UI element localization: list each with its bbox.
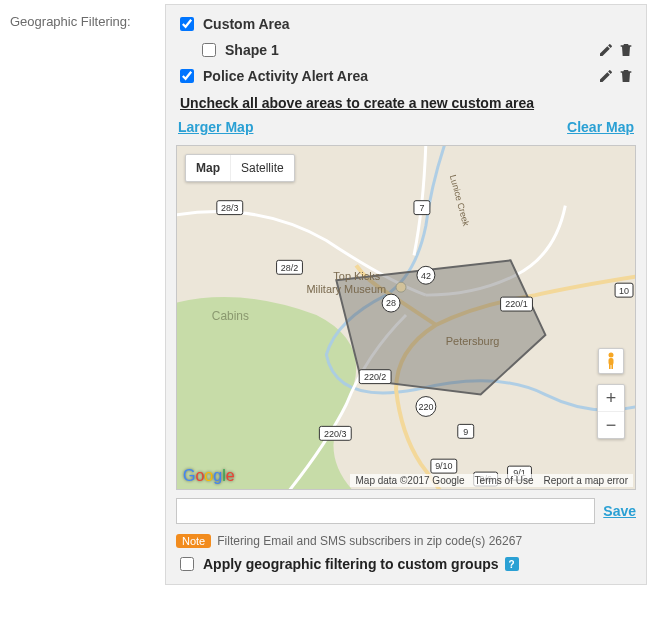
svg-text:Military Museum: Military Museum [306, 283, 386, 295]
area-shape1: Shape 1 [198, 37, 636, 63]
svg-text:42: 42 [421, 271, 431, 281]
map-data-text: Map data ©2017 Google [350, 474, 469, 487]
area-name-input[interactable] [176, 498, 595, 524]
area-police-checkbox[interactable] [180, 69, 194, 83]
zoom-control: + − [597, 384, 625, 439]
new-area-hint: Uncheck all above areas to create a new … [180, 95, 636, 111]
save-link[interactable]: Save [603, 503, 636, 519]
edit-icon[interactable] [596, 66, 616, 86]
area-police: Police Activity Alert Area [176, 63, 636, 89]
svg-text:220/2: 220/2 [364, 372, 386, 382]
svg-rect-37 [609, 364, 611, 369]
svg-text:28: 28 [386, 298, 396, 308]
clear-map-link[interactable]: Clear Map [567, 119, 634, 135]
note-row: Note Filtering Email and SMS subscribers… [176, 534, 636, 548]
apply-custom-groups-checkbox[interactable] [180, 557, 194, 571]
svg-text:10: 10 [619, 286, 629, 296]
svg-text:220: 220 [418, 402, 433, 412]
svg-text:Top Kicks: Top Kicks [333, 270, 380, 282]
larger-map-link[interactable]: Larger Map [178, 119, 253, 135]
svg-text:28/3: 28/3 [221, 203, 238, 213]
svg-text:9/10: 9/10 [435, 461, 452, 471]
area-custom-label: Custom Area [203, 16, 290, 32]
area-police-label: Police Activity Alert Area [203, 68, 368, 84]
svg-rect-36 [609, 358, 614, 365]
note-text: Filtering Email and SMS subscribers in z… [217, 534, 522, 548]
map-canvas: Cabins Petersburg Top Kicks Military Mus… [177, 146, 635, 489]
google-logo: Google [183, 467, 235, 485]
area-shape1-checkbox[interactable] [202, 43, 216, 57]
section-label: Geographic Filtering: [10, 4, 165, 29]
trash-icon[interactable] [616, 40, 636, 60]
note-badge: Note [176, 534, 211, 548]
terms-link[interactable]: Terms of Use [470, 474, 539, 487]
zoom-in-button[interactable]: + [598, 385, 624, 411]
map[interactable]: Cabins Petersburg Top Kicks Military Mus… [176, 145, 636, 490]
svg-point-5 [396, 282, 406, 292]
svg-text:220/3: 220/3 [324, 429, 346, 439]
svg-text:Petersburg: Petersburg [446, 335, 500, 347]
area-custom: Custom Area [176, 11, 636, 37]
svg-text:28/2: 28/2 [281, 263, 298, 273]
map-type-satellite[interactable]: Satellite [230, 155, 294, 181]
trash-icon[interactable] [616, 66, 636, 86]
geo-filter-panel: Custom Area Shape 1 Police Activity Aler… [165, 4, 647, 585]
svg-text:Cabins: Cabins [212, 309, 249, 323]
apply-custom-groups-label: Apply geographic filtering to custom gro… [203, 556, 499, 572]
map-type-control: Map Satellite [185, 154, 295, 182]
help-icon[interactable]: ? [505, 557, 519, 571]
map-type-map[interactable]: Map [186, 155, 230, 181]
svg-text:7: 7 [419, 203, 424, 213]
svg-text:9: 9 [463, 427, 468, 437]
report-error-link[interactable]: Report a map error [539, 474, 633, 487]
area-custom-checkbox[interactable] [180, 17, 194, 31]
svg-rect-38 [611, 364, 613, 369]
edit-icon[interactable] [596, 40, 616, 60]
area-shape1-label: Shape 1 [225, 42, 279, 58]
zoom-out-button[interactable]: − [598, 412, 624, 438]
svg-point-35 [609, 353, 614, 358]
map-attribution: Map data ©2017 Google Terms of Use Repor… [350, 474, 633, 487]
pegman-icon[interactable] [598, 348, 624, 374]
svg-text:220/1: 220/1 [505, 299, 527, 309]
